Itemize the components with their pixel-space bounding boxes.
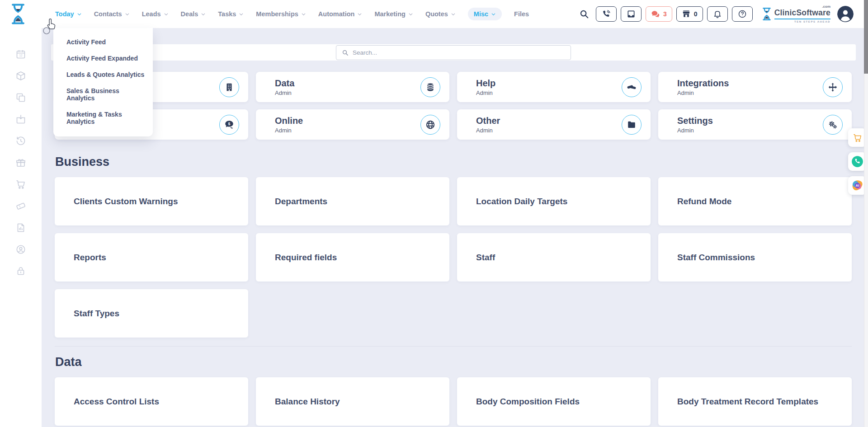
calendar-icon[interactable]: 12 [15, 49, 26, 60]
admin-card-subtitle: Admin [275, 89, 294, 96]
report-icon[interactable] [15, 222, 26, 233]
svg-text:12: 12 [19, 54, 23, 57]
admin-card-help[interactable]: HelpAdmin [457, 72, 651, 102]
nav-item-tasks[interactable]: Tasks [218, 8, 244, 20]
search-input[interactable] [353, 49, 565, 56]
lock-icon[interactable] [15, 266, 26, 277]
register-button[interactable]: 0 [676, 6, 703, 22]
section-title: Business [55, 155, 852, 169]
voucher-icon[interactable] [15, 201, 26, 211]
card-departments[interactable]: Departments [256, 177, 449, 225]
card-reports[interactable]: Reports [55, 233, 248, 282]
help-button[interactable] [732, 6, 753, 22]
brand-name: ClinicSoftware [774, 9, 830, 19]
cart-icon[interactable] [15, 179, 26, 190]
admin-card-settings[interactable]: SettingsAdmin [658, 109, 852, 140]
chevron-down-icon [125, 12, 130, 17]
card-body-treatment-record-templates[interactable]: Body Treatment Record Templates [658, 377, 852, 426]
card-staff[interactable]: Staff [457, 233, 651, 282]
calendar-import-icon[interactable] [15, 114, 26, 125]
admin-card-subtitle: Admin [275, 127, 303, 134]
menu-item-marketing-tasks-analytics[interactable]: Marketing & Tasks Analytics [53, 106, 153, 130]
gears-icon [823, 115, 843, 135]
gift-icon[interactable] [15, 157, 26, 168]
nav-item-quotes[interactable]: Quotes [425, 8, 456, 20]
card-clients-custom-warnings[interactable]: Clients Custom Warnings [55, 177, 248, 225]
chevron-down-icon [201, 12, 206, 17]
today-dropdown-menu: Activity FeedActivity Feed ExpandedLeads… [53, 28, 153, 136]
svg-text:$: $ [228, 122, 231, 126]
card-body-composition-fields[interactable]: Body Composition Fields [457, 377, 651, 426]
admin-card-data[interactable]: DataAdmin [256, 72, 449, 102]
card-staff-commissions[interactable]: Staff Commissions [658, 233, 852, 282]
nav-item-misc[interactable]: Misc [468, 8, 502, 20]
chevron-down-icon [408, 12, 413, 17]
card-balance-history[interactable]: Balance History [256, 377, 449, 426]
nav-item-leads[interactable]: Leads [142, 8, 169, 20]
nav-item-files[interactable]: Files [514, 8, 529, 20]
package-icon[interactable] [15, 70, 26, 81]
card-title: Staff [476, 253, 495, 263]
hourglass-logo-icon [9, 3, 27, 25]
scrollbar-thumb[interactable] [864, 0, 868, 74]
phone-button[interactable] [596, 6, 617, 22]
nav-item-deals[interactable]: Deals [181, 8, 206, 20]
card-location-daily-targets[interactable]: Location Daily Targets [457, 177, 651, 225]
user-badge-icon[interactable] [15, 244, 26, 255]
nav-item-memberships[interactable]: Memberships [256, 8, 306, 20]
top-nav: TodayContactsLeadsDealsTasksMembershipsA… [0, 0, 868, 28]
page-scrollbar[interactable] [864, 0, 868, 427]
building-icon [219, 77, 239, 97]
nav-item-label: Marketing [374, 10, 406, 18]
avatar[interactable] [837, 6, 854, 22]
history-icon[interactable] [15, 136, 26, 146]
card-staff-types[interactable]: Staff Types [55, 289, 248, 338]
card-required-fields[interactable]: Required fields [256, 233, 449, 282]
left-sidebar: 12 [0, 28, 42, 427]
app-logo[interactable] [9, 3, 27, 25]
chat-icon [651, 9, 660, 19]
section-business: BusinessClients Custom WarningsDepartmen… [55, 155, 852, 338]
card-access-control-lists[interactable]: Access Control Lists [55, 377, 248, 426]
brand-logo[interactable]: .com ClinicSoftware TEN STEPS AHEAD [761, 5, 830, 23]
nav-item-label: Contacts [94, 10, 122, 18]
card-refund-mode[interactable]: Refund Mode [658, 177, 852, 225]
admin-card-title: Data [275, 78, 294, 88]
admin-card-subtitle: Admin [476, 89, 495, 96]
admin-card-subtitle: Admin [476, 127, 500, 134]
main-content: DataAdminHelpAdminIntegrationsAdminMarke… [42, 28, 868, 427]
menu-item-sales-business-analytics[interactable]: Sales & Business Analytics [53, 83, 153, 106]
notifications-button[interactable] [707, 6, 728, 22]
phone-icon [602, 9, 611, 19]
search-icon[interactable] [579, 9, 589, 19]
section-title: Data [55, 355, 852, 369]
admin-card-text: DataAdmin [275, 78, 294, 96]
admin-card-text: SettingsAdmin [677, 116, 713, 134]
card-title: Balance History [275, 397, 340, 407]
store-icon [682, 9, 691, 19]
inbox-icon [627, 9, 636, 19]
nav-item-label: Quotes [425, 10, 448, 18]
globe-icon [420, 115, 440, 135]
nav-item-label: Deals [181, 10, 198, 18]
admin-card-other[interactable]: OtherAdmin [457, 109, 651, 140]
admin-card-online[interactable]: OnlineAdmin [256, 109, 449, 140]
card-title: Clients Custom Warnings [74, 197, 178, 206]
nav-item-contacts[interactable]: Contacts [94, 8, 130, 20]
menu-item-leads-quotes-analytics[interactable]: Leads & Quotes Analytics [53, 66, 153, 83]
chevron-down-icon [164, 12, 169, 17]
nav-item-marketing[interactable]: Marketing [374, 8, 413, 20]
admin-card-integrations[interactable]: IntegrationsAdmin [658, 72, 852, 102]
help-icon [738, 9, 747, 19]
handshake-icon [622, 77, 642, 97]
chat-button[interactable]: 3 [646, 6, 672, 22]
nav-item-today[interactable]: Today [55, 8, 82, 20]
menu-item-activity-feed-expanded[interactable]: Activity Feed Expanded [53, 50, 153, 66]
search-bar[interactable] [336, 45, 571, 60]
nav-item-automation[interactable]: Automation [318, 8, 363, 20]
header-actions: 3 0 .com ClinicSoftware TEN STEPS AHEAD [579, 5, 854, 23]
copy-icon[interactable] [15, 92, 26, 103]
menu-item-activity-feed[interactable]: Activity Feed [53, 34, 153, 50]
inbox-button[interactable] [621, 6, 642, 22]
section-data: DataAccess Control ListsBalance HistoryB… [55, 346, 852, 426]
